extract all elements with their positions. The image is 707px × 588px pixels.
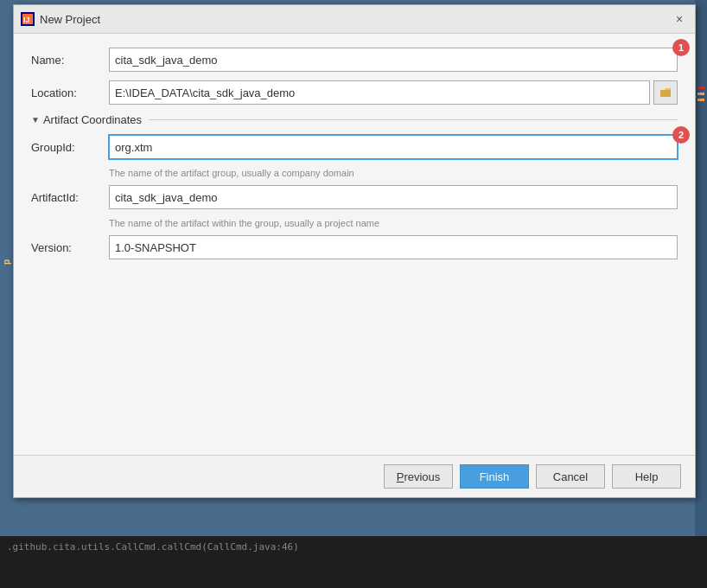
location-browse-button[interactable] xyxy=(653,80,678,105)
right-marker-error xyxy=(697,86,704,89)
content-spacer xyxy=(31,268,678,441)
previous-rest: revious xyxy=(404,470,440,483)
folder-icon xyxy=(659,87,672,98)
version-row: Version: xyxy=(31,235,678,259)
artifactid-row: ArtifactId: xyxy=(31,185,678,209)
groupid-badge: 2 xyxy=(672,126,690,144)
artifactid-hint: The name of the artifact within the grou… xyxy=(109,218,678,228)
version-input-wrapper xyxy=(109,235,678,259)
name-row: Name: 1 xyxy=(31,48,678,72)
location-input-wrapper xyxy=(109,80,678,105)
collapse-icon[interactable]: ▼ xyxy=(31,115,40,125)
svg-text:IJ: IJ xyxy=(23,16,30,24)
location-row: Location: xyxy=(31,80,678,105)
location-input[interactable] xyxy=(109,80,650,105)
previous-underline: P xyxy=(397,470,404,483)
background-code: .github.cita.utils.CallCmd.callCmd(CallC… xyxy=(0,536,707,588)
intellij-icon: IJ xyxy=(21,12,35,26)
artifact-section-header: ▼ Artifact Coordinates xyxy=(31,113,678,126)
location-label: Location: xyxy=(31,86,109,99)
groupid-hint: The name of the artifact group, usually … xyxy=(109,168,678,178)
dialog-footer: Previous Finish Cancel Help xyxy=(14,455,695,497)
name-badge: 1 xyxy=(672,39,690,56)
artifactid-input[interactable] xyxy=(109,185,678,209)
groupid-label: GroupId: xyxy=(31,141,109,154)
new-project-dialog: IJ New Project × Name: 1 Location: xyxy=(13,4,696,498)
groupid-row: GroupId: 2 xyxy=(31,135,678,159)
dialog-title: New Project xyxy=(40,13,100,26)
right-marker-warning xyxy=(697,93,704,95)
artifactid-label: ArtifactId: xyxy=(31,191,109,204)
version-label: Version: xyxy=(31,241,109,254)
dialog-title-left: IJ New Project xyxy=(21,12,100,26)
close-button[interactable]: × xyxy=(671,10,688,28)
dialog-content: Name: 1 Location: ▼ Artifact C xyxy=(14,34,695,455)
right-ide-strip xyxy=(695,0,707,588)
code-line: .github.cita.utils.CallCmd.callCmd(CallC… xyxy=(7,541,299,553)
version-input[interactable] xyxy=(109,235,678,259)
dialog-titlebar: IJ New Project × xyxy=(14,5,695,34)
cancel-button[interactable]: Cancel xyxy=(536,464,605,489)
previous-button[interactable]: Previous xyxy=(384,464,453,489)
help-button[interactable]: Help xyxy=(612,464,681,489)
left-strip-text: p xyxy=(2,259,11,265)
groupid-input[interactable] xyxy=(109,135,678,159)
groupid-badge-wrapper: 2 xyxy=(109,135,678,159)
name-label: Name: xyxy=(31,54,109,67)
artifact-section-label: Artifact Coordinates xyxy=(43,113,142,126)
section-divider xyxy=(149,119,678,120)
name-badge-wrapper: 1 xyxy=(109,48,678,72)
name-input[interactable] xyxy=(109,48,678,72)
left-ide-strip: p xyxy=(0,0,12,588)
finish-button[interactable]: Finish xyxy=(460,464,529,489)
artifactid-input-wrapper xyxy=(109,185,678,209)
right-marker-info xyxy=(697,99,704,101)
